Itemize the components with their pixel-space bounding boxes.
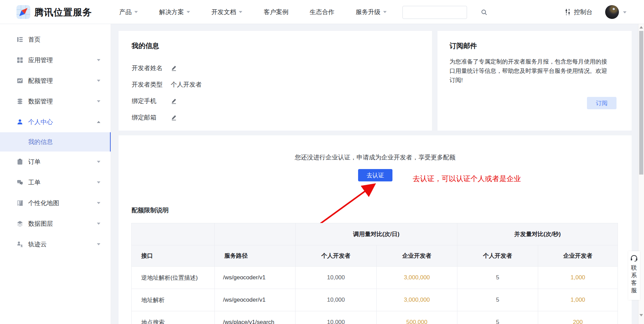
subscribe-card: 订阅邮件 为您准备了专属定制的开发者服务月报，包含您每月使用的接口用量统计等信息…	[437, 31, 632, 131]
scrollbar-up-arrow[interactable]	[640, 26, 643, 29]
contact-support-widget[interactable]: 联系客服	[628, 251, 640, 300]
cell-personal-calls: 10,000	[296, 267, 377, 289]
sidebar-item-data[interactable]: 数据管理	[0, 91, 111, 112]
sidebar-item-tickets[interactable]: 工单	[0, 172, 111, 193]
col-header-enterprise: 企业开发者	[377, 245, 457, 267]
scrollbar-down-arrow[interactable]	[640, 314, 643, 316]
sidebar: 首页 应用管理 配额管理	[0, 24, 111, 324]
database-icon	[16, 98, 23, 105]
cell-enterprise-concurrency: 1,000	[538, 267, 618, 289]
user-avatar[interactable]	[605, 5, 619, 19]
cell-enterprise-concurrency: 1,000	[538, 289, 618, 311]
cell-api: 地址解析	[132, 289, 215, 311]
nav-upgrade[interactable]: 服务升级	[356, 8, 387, 16]
sidebar-item-label: 轨迹云	[28, 240, 47, 248]
table-row: 地址解析 /ws/geocoder/v1 10,000 3,000,000 5 …	[132, 289, 618, 311]
sidebar-item-label: 工单	[28, 178, 41, 187]
table-row: 逆地址解析(位置描述) /ws/geocoder/v1 10,000 3,000…	[132, 267, 618, 289]
track-pin-icon	[16, 241, 23, 248]
search-input[interactable]	[403, 7, 481, 18]
sidebar-item-apps[interactable]: 应用管理	[0, 50, 111, 70]
nav-upgrade-label: 服务升级	[356, 8, 380, 16]
edit-pencil-icon[interactable]	[171, 98, 177, 104]
sidebar-item-layers[interactable]: 数据图层	[0, 213, 111, 234]
brand-title[interactable]: 腾讯位置服务	[34, 6, 92, 19]
nav-products[interactable]: 产品	[119, 8, 138, 16]
chevron-down-icon	[97, 181, 100, 183]
group-header-calls: 调用量对比(次/日)	[296, 223, 457, 245]
nav-cases[interactable]: 客户案例	[264, 8, 288, 16]
nav-ecosystem[interactable]: 生态合作	[310, 8, 334, 16]
sidebar-subitem-label: 我的信息	[28, 138, 53, 146]
col-header-enterprise: 企业开发者	[538, 245, 618, 267]
sidebar-subitem-my-info[interactable]: 我的信息	[0, 132, 111, 152]
cell-personal-concurrency: 5	[457, 289, 538, 311]
field-label: 绑定邮箱	[132, 113, 171, 122]
sidebar-item-label: 首页	[28, 35, 41, 44]
chevron-down-icon	[134, 11, 138, 13]
contact-support-label: 联系客服	[631, 264, 637, 294]
chevron-down-icon	[187, 11, 190, 13]
table-row: 地点搜索 /ws/place/v1/search 10,000 500,000 …	[132, 311, 618, 324]
subscribe-title: 订阅邮件	[449, 41, 477, 51]
empty-header-cell	[132, 223, 215, 245]
certification-notice: 您还没进行企业认证，申请成为企业开发者，享受更多配额	[119, 153, 632, 161]
page: 腾讯位置服务 产品 解决方案 开发文档 客户案例 生态合作 服务升级	[0, 0, 644, 324]
chevron-down-icon	[97, 223, 100, 225]
sidebar-item-orders[interactable]: 订单	[0, 152, 111, 172]
chevron-down-icon	[239, 11, 242, 13]
layers-icon	[16, 220, 23, 227]
sidebar-item-track-cloud[interactable]: 轨迹云	[0, 234, 111, 255]
quota-chart-icon	[16, 77, 23, 84]
nav-solutions[interactable]: 解决方案	[159, 8, 190, 16]
chevron-down-icon	[97, 80, 100, 82]
sidebar-item-label: 个人中心	[28, 118, 53, 126]
console-label: 控制台	[574, 8, 592, 16]
edit-pencil-icon[interactable]	[171, 65, 177, 71]
clipboard-icon	[16, 158, 23, 165]
console-link[interactable]: 控制台	[565, 0, 592, 24]
cell-path: /ws/place/v1/search	[215, 311, 296, 324]
cell-personal-concurrency: 5	[457, 267, 538, 289]
go-certify-button[interactable]: 去认证	[358, 169, 392, 181]
brand-logo-icon[interactable]	[16, 5, 30, 19]
apps-grid-icon	[16, 57, 23, 64]
custom-map-icon	[16, 200, 23, 206]
home-list-icon	[16, 36, 23, 43]
headset-icon	[630, 255, 638, 261]
avatar-chevron-down-icon[interactable]	[623, 11, 626, 13]
chat-bubbles-icon	[16, 179, 23, 186]
sliders-icon	[565, 9, 571, 15]
chevron-down-icon	[97, 161, 100, 163]
search-icon[interactable]	[481, 9, 488, 16]
profile-row-email: 绑定邮箱	[132, 109, 202, 126]
empty-header-cell	[215, 223, 296, 245]
cell-personal-calls: 10,000	[296, 311, 377, 324]
sidebar-item-quota[interactable]: 配额管理	[0, 70, 111, 91]
certification-quota-card: 您还没进行企业认证，申请成为企业开发者，享受更多配额 去认证 去认证，可以认证个…	[119, 135, 632, 324]
col-header-personal: 个人开发者	[457, 245, 538, 267]
cell-api: 地点搜索	[132, 311, 215, 324]
cell-enterprise-calls: 500,000	[377, 311, 457, 324]
sidebar-item-label: 数据管理	[28, 97, 53, 105]
sidebar-item-custom-map[interactable]: 个性化地图	[0, 193, 111, 213]
main-nav: 产品 解决方案 开发文档 客户案例 生态合作 服务升级	[119, 0, 387, 24]
cell-enterprise-concurrency: 200	[538, 311, 618, 324]
nav-docs[interactable]: 开发文档	[211, 8, 242, 16]
red-annotation-text: 去认证，可以认证个人或者是企业	[413, 174, 521, 183]
subscribe-button[interactable]: 订阅	[587, 97, 617, 109]
developer-type-value: 个人开发者	[171, 80, 202, 89]
subscribe-description: 为您准备了专属定制的开发者服务月报，包含您每月使用的接口用量统计等信息，帮助您及…	[449, 57, 611, 85]
cell-path: /ws/geocoder/v1	[215, 289, 296, 311]
col-header-api: 接口	[132, 245, 215, 267]
sidebar-item-label: 应用管理	[28, 56, 53, 64]
scrollbar-thumb[interactable]	[639, 31, 643, 175]
user-icon	[16, 119, 23, 125]
edit-pencil-icon[interactable]	[171, 114, 177, 121]
profile-rows: 开发者姓名 开发者类型 个人开发者 绑定手机 绑定邮箱	[132, 60, 202, 126]
sidebar-item-personal-center[interactable]: 个人中心	[0, 112, 111, 132]
nav-cases-label: 客户案例	[264, 8, 288, 16]
sidebar-item-home[interactable]: 首页	[0, 29, 111, 50]
quota-section-title: 配额限制说明	[132, 206, 169, 214]
cell-path: /ws/geocoder/v1	[215, 267, 296, 289]
